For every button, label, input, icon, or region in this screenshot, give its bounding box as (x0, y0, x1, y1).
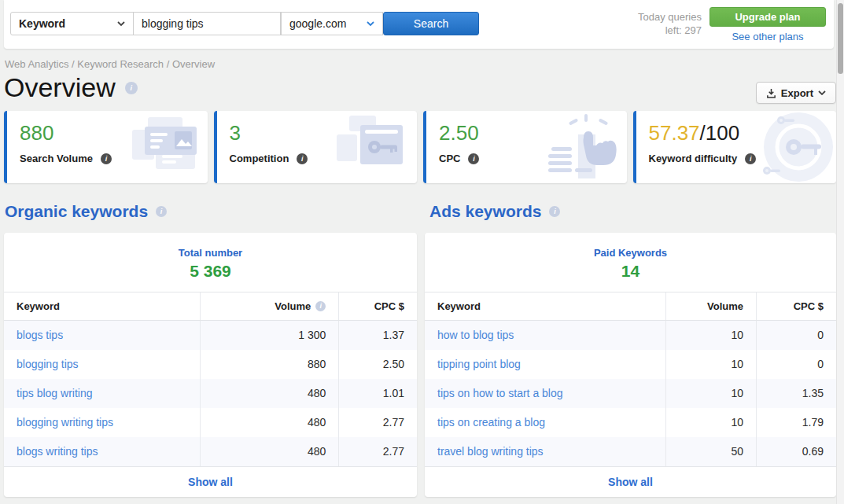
search-type-value: Keyword (19, 17, 65, 30)
table-header-row: Keyword Volume CPC $ (425, 292, 836, 321)
volume-cell: 480 (200, 379, 338, 408)
organic-table-body: blogs tips 1 300 1.37 blogging tips 880 … (4, 321, 417, 466)
organic-show-all-link[interactable]: Show all (4, 466, 417, 497)
keyword-link[interactable]: travel blog writing tips (437, 445, 544, 458)
table-row: tips blog writing 480 1.01 (4, 379, 417, 408)
search-type-select[interactable]: Keyword (10, 12, 134, 35)
volume-cell: 50 (665, 437, 756, 466)
volume-cell: 10 (665, 321, 756, 350)
click-hand-illustration (534, 111, 627, 183)
info-icon[interactable]: i (125, 82, 138, 94)
queries-left-counter: Today queries left: 297 (638, 10, 702, 37)
organic-summary: Total number 5 369 (4, 233, 417, 282)
volume-cell: 10 (665, 350, 756, 379)
see-other-plans-link[interactable]: See other plans (732, 31, 803, 42)
export-label: Export (781, 87, 813, 99)
region-select[interactable]: google.com (281, 12, 383, 35)
ads-paid-keywords-number: 14 (425, 260, 836, 282)
column-header-volume: Volumei (200, 292, 338, 320)
export-button[interactable]: Export (756, 82, 836, 104)
table-row: how to blog tips 10 0 (425, 321, 836, 350)
stat-card-cpc: 2.50 CPC i (423, 111, 627, 183)
documents-illustration (115, 111, 208, 183)
ads-summary: Paid Keywords 14 (425, 233, 836, 282)
cpc-cell: 0 (756, 321, 836, 350)
ads-summary-label: Paid Keywords (425, 246, 836, 260)
stat-label: Competition (230, 153, 289, 164)
keyword-link[interactable]: tipping point blog (437, 358, 521, 370)
organic-summary-label: Total number (4, 246, 417, 260)
stat-value: 3 (230, 121, 241, 145)
search-button[interactable]: Search (383, 12, 479, 35)
volume-cell: 10 (665, 408, 756, 437)
info-icon[interactable]: i (549, 206, 560, 217)
info-icon[interactable]: i (468, 153, 479, 164)
cpc-cell: 1.37 (338, 321, 417, 350)
table-row: blogging tips 880 2.50 (4, 350, 417, 379)
search-form: Keyword google.com Search (10, 12, 479, 35)
column-header-volume: Volume (665, 292, 756, 320)
keyword-link[interactable]: tips on creating a blog (437, 416, 545, 429)
chevron-down-icon (117, 21, 125, 26)
ads-keywords-heading: Ads keywords i (429, 202, 560, 221)
stat-value: 2.50 (439, 121, 479, 145)
ads-keywords-panel: Paid Keywords 14 Keyword Volume CPC $ ho… (425, 233, 836, 497)
cpc-cell: 1.79 (756, 408, 836, 437)
region-value: google.com (289, 17, 346, 30)
breadcrumb[interactable]: Web Analytics / Keyword Research / Overv… (5, 58, 215, 70)
cpc-cell: 2.77 (338, 408, 417, 437)
keyword-link[interactable]: blogs tips (17, 329, 63, 341)
volume-cell: 480 (200, 408, 338, 437)
queries-left-line1: Today queries (638, 10, 702, 24)
keyword-link[interactable]: blogs writing tips (17, 445, 98, 458)
info-icon[interactable]: i (315, 301, 326, 311)
table-row: tips on creating a blog 10 1.79 (425, 408, 836, 437)
volume-cell: 10 (665, 379, 756, 408)
organic-total-number: 5 369 (4, 260, 417, 282)
scrollbar-thumb[interactable] (838, 3, 843, 74)
stat-card-competition: 3 Competition i (214, 111, 418, 183)
cpc-cell: 1.35 (756, 379, 836, 408)
table-row: travel blog writing tips 50 0.69 (425, 437, 836, 466)
query-input[interactable] (133, 12, 281, 35)
upgrade-plan-button[interactable]: Upgrade plan (709, 7, 826, 27)
page-title: Overview i (4, 72, 138, 103)
cpc-cell: 0 (756, 350, 836, 379)
table-row: blogging writing tips 480 2.77 (4, 408, 417, 437)
table-row: blogs writing tips 480 2.77 (4, 437, 417, 466)
ads-keywords-title: Ads keywords (429, 202, 541, 221)
topbar-right: Today queries left: 297 Upgrade plan See… (638, 7, 826, 43)
target-keys-illustration (726, 111, 836, 183)
stat-value: 880 (20, 121, 53, 145)
page-title-text: Overview (4, 72, 116, 103)
keyword-link[interactable]: tips on how to start a blog (437, 387, 563, 399)
stat-card-search-volume: 880 Search Volume i (4, 111, 208, 183)
column-header-cpc: CPC $ (756, 292, 836, 320)
ads-show-all-link[interactable]: Show all (425, 466, 836, 497)
organic-keywords-heading: Organic keywords i (5, 202, 167, 221)
info-icon[interactable]: i (156, 206, 167, 217)
cpc-cell: 2.77 (338, 437, 417, 466)
keyword-link[interactable]: tips blog writing (17, 387, 93, 399)
column-header-keyword: Keyword (4, 292, 200, 320)
cpc-cell: 2.50 (338, 350, 417, 379)
table-row: tipping point blog 10 0 (425, 350, 836, 379)
download-icon (766, 88, 776, 98)
scrollbar[interactable] (836, 0, 844, 504)
table-header-row: Keyword Volumei CPC $ (4, 292, 417, 321)
ads-keywords-table: Keyword Volume CPC $ how to blog tips 10… (425, 292, 836, 497)
table-row: tips on how to start a blog 10 1.35 (425, 379, 836, 408)
stat-card-keyword-difficulty: 57.37/100 Keyword difficulty i (633, 111, 837, 183)
info-icon[interactable]: i (101, 153, 112, 164)
keyword-link[interactable]: blogging tips (17, 358, 79, 370)
stat-value-suffix: /100 (700, 121, 740, 145)
info-icon[interactable]: i (745, 153, 756, 164)
info-icon[interactable]: i (297, 153, 308, 164)
organic-keywords-panel: Total number 5 369 Keyword Volumei CPC $… (4, 233, 417, 497)
keyword-link[interactable]: how to blog tips (437, 329, 514, 341)
organic-keywords-table: Keyword Volumei CPC $ blogs tips 1 300 1… (4, 292, 417, 497)
cpc-cell: 1.01 (338, 379, 417, 408)
keyword-link[interactable]: blogging writing tips (17, 416, 113, 429)
chevron-down-icon (818, 90, 826, 95)
key-window-illustration (324, 111, 417, 183)
